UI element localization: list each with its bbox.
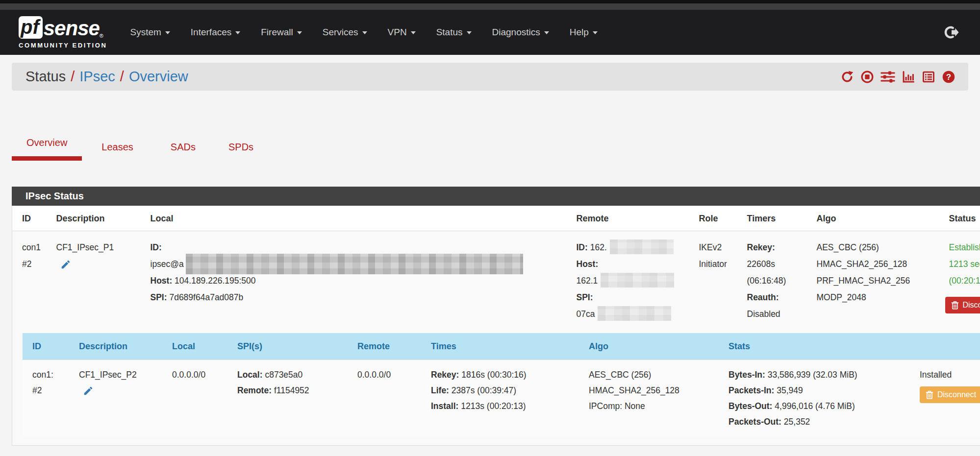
col-description: Description <box>74 333 167 360</box>
ipsec-status-panel: IPsec Status ID Description Local Remote… <box>12 187 980 446</box>
bar-chart-icon[interactable] <box>902 70 915 84</box>
tab-overview[interactable]: Overview <box>12 137 82 161</box>
child-state: Installed <box>920 367 980 383</box>
chevron-down-icon <box>593 31 598 34</box>
child-id-cell: con1: #2 <box>23 360 74 437</box>
trash-icon <box>926 390 933 399</box>
log-list-icon[interactable] <box>922 70 935 84</box>
nav-item-diagnostics[interactable]: Diagnostics <box>482 27 559 38</box>
logo-pf: pf <box>19 16 43 39</box>
child-sa-table: ID Description Local SPI(s) Remote Times… <box>23 333 980 436</box>
child-sa-row: con1: #2 CF1_IPsec_P2 0 <box>23 360 980 437</box>
tab-leases[interactable]: Leases <box>101 142 133 161</box>
col-algo: Algo <box>584 333 724 360</box>
ike-role-cell: IKEv2 Initiator <box>694 231 742 330</box>
chevron-down-icon <box>165 31 170 34</box>
logo-edition: COMMUNITY EDITION <box>19 42 107 49</box>
nav-item-status[interactable]: Status <box>426 27 482 38</box>
child-remote-cell: 0.0.0.0/0 <box>352 360 426 437</box>
nav-item-firewall[interactable]: Firewall <box>251 27 312 38</box>
breadcrumb-separator: / <box>66 69 79 84</box>
col-remote: Remote <box>352 333 426 360</box>
chevron-down-icon <box>362 31 367 34</box>
header-sub-strip <box>0 3 980 10</box>
redacted-remote-id <box>610 240 674 254</box>
col-role: Role <box>694 206 742 231</box>
col-stats: Stats <box>724 333 920 360</box>
redacted-remote-spi <box>598 306 671 321</box>
chevron-down-icon <box>297 31 302 34</box>
chevron-down-icon <box>467 31 472 34</box>
ipsec-tabs: Overview Leases SADs SPDs <box>12 137 980 161</box>
col-id: ID <box>12 206 51 231</box>
col-algo: Algo <box>812 206 944 231</box>
ike-remote-cell: ID: 162. Host: 162.1 SPI: 07ca <box>572 231 694 330</box>
breadcrumb-link-ipsec[interactable]: IPsec <box>79 69 115 84</box>
child-table-header-row: ID Description Local SPI(s) Remote Times… <box>23 333 980 360</box>
chevron-down-icon <box>411 31 416 34</box>
logo-sense: sense <box>44 18 100 39</box>
trash-icon <box>951 301 959 310</box>
child-description-cell: CF1_IPsec_P2 <box>74 360 167 437</box>
edit-pencil-icon[interactable] <box>60 259 71 275</box>
header-top-strip <box>0 0 980 3</box>
sign-out-icon[interactable] <box>944 24 959 40</box>
col-spis: SPI(s) <box>232 333 352 360</box>
nav-item-vpn[interactable]: VPN <box>377 27 426 38</box>
ike-sa-row: con1 #2 CF1_IPsec_P1 ID: ipsec@a Host: 1… <box>12 231 980 330</box>
ike-id-cell: con1 #2 <box>12 231 51 330</box>
col-state <box>920 333 980 360</box>
panel-title: IPsec Status <box>12 187 980 206</box>
breadcrumb-link-overview[interactable]: Overview <box>129 69 188 84</box>
top-header: pf sense ® COMMUNITY EDITION System Inte… <box>0 0 980 55</box>
col-timers: Timers <box>742 206 812 231</box>
chevron-down-icon <box>235 31 240 34</box>
child-state-cell: Installed Disconnect <box>920 360 980 437</box>
settings-sliders-icon[interactable] <box>880 70 895 84</box>
child-sa-container: ID Description Local SPI(s) Remote Times… <box>12 329 980 446</box>
chevron-down-icon <box>544 31 549 34</box>
child-algo-cell: AES_CBC (256) HMAC_SHA2_256_128 IPComp: … <box>584 360 724 437</box>
col-remote: Remote <box>572 206 694 231</box>
ike-algo-cell: AES_CBC (256) HMAC_SHA2_256_128 PRF_HMAC… <box>812 231 944 330</box>
breadcrumb-separator: / <box>115 69 129 84</box>
nav-item-system[interactable]: System <box>120 27 180 38</box>
refresh-icon[interactable] <box>840 70 854 84</box>
disconnect-button[interactable]: Disconnect <box>945 297 980 313</box>
ike-local-cell: ID: ipsec@a Host: 104.189.226.195:500 SP… <box>146 231 572 330</box>
ike-description-cell: CF1_IPsec_P1 <box>51 231 146 330</box>
navbar: pf sense ® COMMUNITY EDITION System Inte… <box>0 10 980 55</box>
breadcrumb-section: Status <box>25 69 66 84</box>
page-actions: ? <box>840 70 955 84</box>
pfsense-logo[interactable]: pf sense ® COMMUNITY EDITION <box>19 16 107 49</box>
redacted-local-id <box>186 254 523 274</box>
child-sa-container-row: ID Description Local SPI(s) Remote Times… <box>12 329 980 446</box>
svg-text:?: ? <box>946 72 951 81</box>
child-stats-cell: Bytes-In: 33,586,939 (32.03 MiB) Packets… <box>724 360 920 437</box>
ike-status-cell: Established 1213 seconds (00:20:13) Disc… <box>944 231 980 330</box>
ike-timers-cell: Rekey: 22608s (06:16:48) Reauth: Disable… <box>742 231 812 330</box>
col-times: Times <box>426 333 584 360</box>
nav-item-interfaces[interactable]: Interfaces <box>180 27 251 38</box>
nav-item-help[interactable]: Help <box>559 27 608 38</box>
disconnect-child-button[interactable]: Disconnect <box>920 386 980 403</box>
child-local-cell: 0.0.0.0/0 <box>167 360 232 437</box>
ike-sa-table: ID Description Local Remote Role Timers … <box>12 206 980 446</box>
col-local: Local <box>146 206 572 231</box>
edit-pencil-icon[interactable] <box>83 385 94 401</box>
col-description: Description <box>51 206 146 231</box>
ike-table-header-row: ID Description Local Remote Role Timers … <box>12 206 980 231</box>
col-local: Local <box>167 333 232 360</box>
child-times-cell: Rekey: 1816s (00:30:16) Life: 2387s (00:… <box>426 360 584 437</box>
tab-spds[interactable]: SPDs <box>228 142 253 161</box>
nav-item-services[interactable]: Services <box>312 27 377 38</box>
redacted-remote-host <box>601 273 674 288</box>
logo-registered-mark: ® <box>100 33 103 39</box>
tab-sads[interactable]: SADs <box>171 142 196 161</box>
help-icon[interactable]: ? <box>942 70 955 84</box>
nav-menu: System Interfaces Firewall Services VPN … <box>120 27 607 38</box>
col-status: Status <box>944 206 980 231</box>
breadcrumb: Status/IPsec/Overview <box>25 69 188 85</box>
breadcrumb-bar: Status/IPsec/Overview <box>12 63 968 91</box>
stop-icon[interactable] <box>860 70 874 84</box>
